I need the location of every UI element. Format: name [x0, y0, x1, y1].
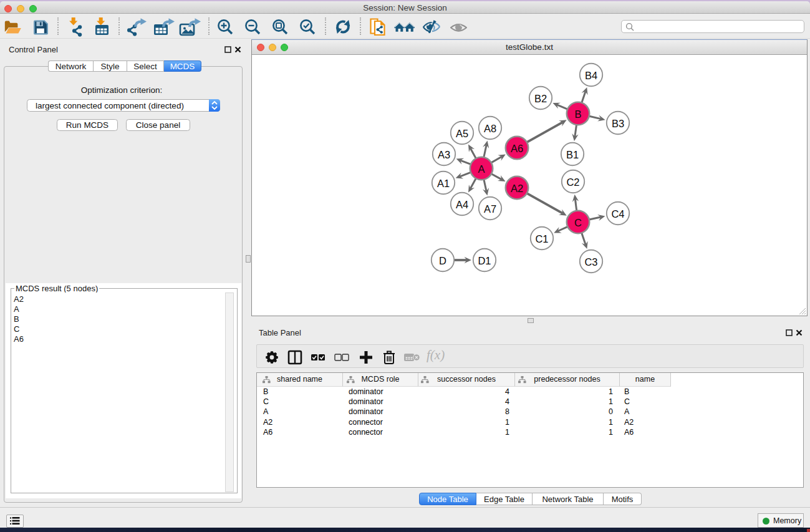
svg-text:D1: D1	[478, 255, 491, 266]
svg-text:A4: A4	[456, 199, 468, 210]
svg-text:A6: A6	[511, 143, 523, 154]
svg-text:C2: C2	[566, 177, 579, 188]
svg-text:B4: B4	[585, 70, 597, 81]
svg-text:B2: B2	[534, 93, 547, 104]
svg-text:A1: A1	[437, 178, 450, 189]
svg-text:C1: C1	[535, 233, 548, 244]
svg-text:D: D	[439, 255, 446, 266]
svg-text:A8: A8	[484, 123, 496, 134]
svg-text:A7: A7	[484, 203, 496, 215]
svg-text:A3: A3	[438, 149, 450, 160]
svg-text:B: B	[574, 109, 581, 120]
svg-text:A2: A2	[511, 183, 523, 194]
svg-text:C: C	[574, 217, 582, 228]
svg-text:B3: B3	[612, 118, 624, 129]
svg-text:A5: A5	[456, 128, 468, 139]
svg-text:C3: C3	[584, 256, 597, 268]
svg-text:C4: C4	[611, 208, 624, 220]
svg-text:B1: B1	[566, 149, 579, 160]
svg-text:A: A	[478, 163, 485, 175]
